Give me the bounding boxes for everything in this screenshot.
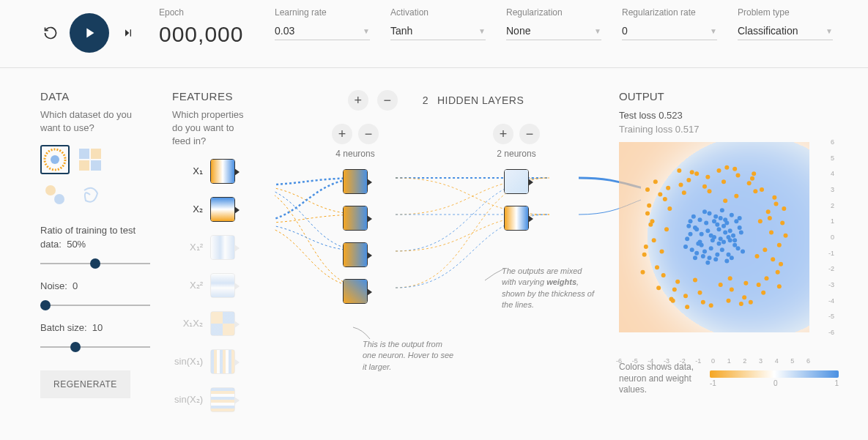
hidden-neuron[interactable] — [343, 206, 368, 231]
caret-icon: ▼ — [363, 27, 370, 35]
reg-label: Regularization — [506, 7, 601, 18]
batch-label: Batch size: 10 — [40, 321, 150, 335]
step-button[interactable] — [118, 23, 138, 43]
noise-label: Noise: 0 — [40, 280, 150, 293]
dataset-xor[interactable] — [75, 145, 105, 174]
noise-slider[interactable] — [40, 305, 150, 306]
dataset-spiral[interactable] — [75, 180, 105, 209]
feature-neuron[interactable] — [210, 311, 235, 336]
feature-neuron[interactable] — [210, 159, 235, 184]
hidden-neuron[interactable] — [343, 242, 368, 267]
layer-count: 2 — [423, 94, 429, 106]
feature-neuron[interactable] — [210, 197, 235, 222]
add-neuron-button[interactable]: + — [332, 124, 352, 144]
layer-neuron-count: 2 neurons — [497, 149, 535, 159]
play-button[interactable] — [70, 13, 109, 53]
epoch-label: Epoch — [159, 7, 254, 18]
legend-text: Colors shows data, neuron and weight val… — [619, 362, 700, 396]
feature-label: X₂ — [172, 204, 203, 215]
data-sub: Which dataset do you want to use? — [40, 108, 150, 135]
reset-button[interactable] — [40, 23, 61, 43]
batch-slider[interactable] — [40, 346, 150, 348]
features-title: FEATURES — [172, 90, 253, 102]
dataset-gauss[interactable] — [40, 180, 70, 209]
svg-point-6 — [45, 185, 56, 195]
callout-weights: The outputs are mixed with varying weigh… — [502, 266, 597, 311]
feature-label: sin(X₂) — [172, 394, 203, 405]
caret-icon: ▼ — [710, 27, 717, 35]
output-title: OUTPUT — [619, 90, 839, 102]
ratio-label: Ratio of training to test data: 50% — [40, 224, 150, 250]
test-loss: Test loss 0.523 — [619, 110, 839, 121]
feature-neuron[interactable] — [210, 349, 235, 374]
lr-select[interactable]: 0.03▼ — [275, 22, 370, 40]
feature-label: sin(X₁) — [172, 356, 203, 367]
hidden-neuron[interactable] — [504, 169, 529, 194]
legend-scale: -101 — [710, 370, 839, 387]
train-loss: Training loss 0.517 — [619, 124, 839, 135]
remove-neuron-button[interactable]: − — [519, 124, 540, 144]
activation-label: Activation — [390, 7, 486, 18]
features-sub: Which properties do you want to feed in? — [172, 108, 253, 149]
svg-rect-5 — [79, 160, 89, 171]
caret-icon: ▼ — [478, 27, 486, 35]
feature-label: X₂² — [172, 280, 203, 291]
ratio-slider[interactable] — [40, 263, 150, 264]
remove-neuron-button[interactable]: − — [358, 124, 379, 144]
add-layer-button[interactable]: + — [348, 90, 368, 111]
lr-label: Learning rate — [275, 7, 370, 18]
hidden-neuron[interactable] — [343, 169, 368, 194]
feature-label: X₁ — [172, 165, 203, 176]
feature-label: X₁² — [172, 242, 203, 253]
remove-layer-button[interactable]: − — [377, 90, 398, 111]
regenerate-button[interactable]: REGENERATE — [40, 370, 130, 398]
problem-label: Problem type — [738, 7, 833, 18]
hidden-title: HIDDEN LAYERS — [437, 94, 524, 106]
dataset-circle[interactable] — [40, 145, 70, 174]
epoch-value: 000,000 — [159, 22, 254, 47]
feature-neuron[interactable] — [210, 387, 235, 412]
regrate-label: Regularization rate — [622, 7, 717, 18]
regrate-select[interactable]: 0▼ — [622, 22, 717, 40]
feature-neuron[interactable] — [210, 273, 235, 298]
hidden-neuron[interactable] — [343, 279, 368, 304]
data-title: DATA — [40, 90, 150, 102]
problem-select[interactable]: Classification▼ — [738, 22, 833, 40]
layer-neuron-count: 4 neurons — [335, 149, 374, 159]
caret-icon: ▼ — [826, 27, 833, 35]
svg-rect-3 — [91, 160, 101, 171]
svg-rect-2 — [79, 149, 89, 159]
activation-select[interactable]: Tanh▼ — [390, 22, 486, 40]
svg-point-1 — [51, 155, 59, 164]
feature-label: X₁X₂ — [172, 318, 203, 329]
feature-neuron[interactable] — [210, 235, 235, 260]
svg-point-7 — [54, 194, 64, 204]
reg-select[interactable]: None▼ — [506, 22, 601, 40]
caret-icon: ▼ — [594, 27, 601, 35]
hidden-neuron[interactable] — [504, 206, 529, 231]
callout-neuron: This is the output from one neuron. Hove… — [363, 339, 458, 373]
output-plot: 6543210-1-2-3-4-5-6 -6-5-4-3-2-10123456 — [619, 142, 824, 347]
add-neuron-button[interactable]: + — [493, 124, 513, 144]
svg-rect-4 — [91, 149, 101, 159]
